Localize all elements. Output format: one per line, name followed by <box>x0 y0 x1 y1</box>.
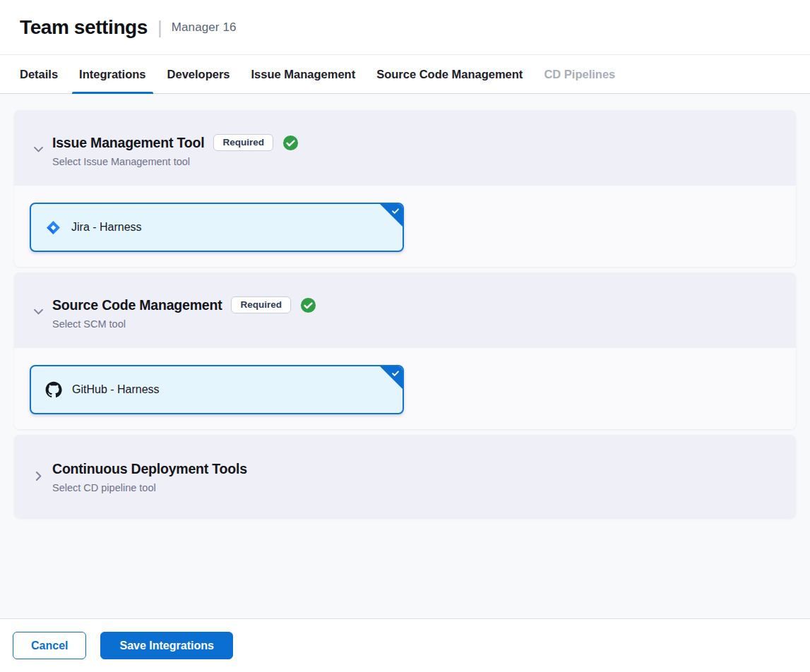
footer-bar: Cancel Save Integrations <box>0 618 810 672</box>
section-continuous-deployment-tools: Continuous Deployment Tools Select CD pi… <box>14 435 796 518</box>
cancel-button[interactable]: Cancel <box>13 632 86 659</box>
section-issue-management-header[interactable]: Issue Management Tool Required Select Is… <box>14 110 796 186</box>
option-jira-harness[interactable]: Jira - Harness <box>30 203 404 252</box>
tab-source-code-management[interactable]: Source Code Management <box>369 55 530 93</box>
option-github-harness[interactable]: GitHub - Harness <box>30 365 404 414</box>
chevron-right-icon[interactable] <box>30 467 47 484</box>
section-subtitle: Select CD pipeline tool <box>52 482 247 493</box>
chevron-down-icon[interactable] <box>30 140 47 157</box>
check-icon <box>391 368 400 381</box>
page-header: Team settings | Manager 16 <box>0 0 810 55</box>
required-badge: Required <box>213 134 273 152</box>
tab-bar: Details Integrations Developers Issue Ma… <box>0 55 810 94</box>
tab-cd-pipelines: CD Pipelines <box>537 55 622 93</box>
option-label: Jira - Harness <box>71 221 142 234</box>
option-label: GitHub - Harness <box>72 383 160 396</box>
section-title: Continuous Deployment Tools <box>52 460 247 478</box>
github-icon <box>45 381 62 398</box>
section-cd-header[interactable]: Continuous Deployment Tools Select CD pi… <box>14 435 796 518</box>
jira-icon <box>45 220 61 236</box>
section-scm-header[interactable]: Source Code Management Required Select S… <box>14 272 796 348</box>
section-issue-management-tool: Issue Management Tool Required Select Is… <box>14 110 796 267</box>
page-title: Team settings <box>20 16 148 39</box>
section-heading: Issue Management Tool Required Select Is… <box>52 133 299 167</box>
title-separator: | <box>157 18 162 37</box>
chevron-down-icon[interactable] <box>30 303 47 320</box>
section-title: Source Code Management <box>52 296 222 314</box>
section-heading: Source Code Management Required Select S… <box>52 296 316 330</box>
integrations-content: Issue Management Tool Required Select Is… <box>0 94 810 618</box>
section-issue-management-body: Jira - Harness <box>14 186 796 267</box>
save-integrations-button[interactable]: Save Integrations <box>100 632 232 659</box>
page-subtitle: Manager 16 <box>172 20 237 35</box>
section-subtitle: Select Issue Management tool <box>52 156 299 167</box>
check-icon <box>391 206 400 219</box>
check-circle-icon <box>300 297 316 313</box>
section-title: Issue Management Tool <box>52 133 204 152</box>
section-heading: Continuous Deployment Tools Select CD pi… <box>52 460 247 493</box>
tab-integrations[interactable]: Integrations <box>72 55 153 93</box>
section-source-code-management: Source Code Management Required Select S… <box>14 272 796 429</box>
tab-issue-management[interactable]: Issue Management <box>244 55 363 93</box>
tab-developers[interactable]: Developers <box>160 55 237 93</box>
check-circle-icon <box>282 135 299 151</box>
tab-details[interactable]: Details <box>13 55 65 93</box>
required-badge: Required <box>231 296 291 314</box>
section-subtitle: Select SCM tool <box>52 318 316 330</box>
section-scm-body: GitHub - Harness <box>14 348 796 429</box>
